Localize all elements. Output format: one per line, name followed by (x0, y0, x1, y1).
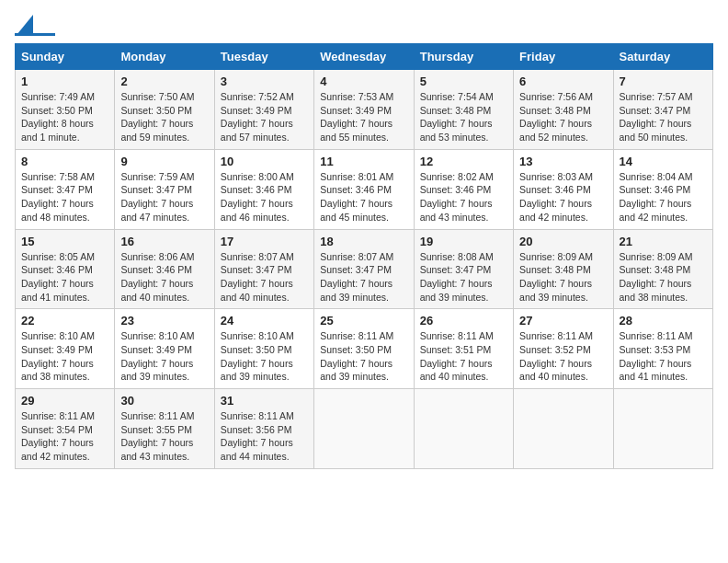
calendar-cell: 23Sunrise: 8:10 AMSunset: 3:49 PMDayligh… (115, 309, 214, 389)
calendar-cell: 25Sunrise: 8:11 AMSunset: 3:50 PMDayligh… (314, 309, 414, 389)
day-info: Sunrise: 8:10 AMSunset: 3:50 PMDaylight:… (221, 330, 294, 382)
day-number: 22 (21, 314, 108, 327)
header (15, 15, 713, 36)
day-number: 24 (221, 314, 308, 327)
day-info: Sunrise: 8:11 AMSunset: 3:51 PMDaylight:… (420, 330, 494, 382)
day-info: Sunrise: 8:07 AMSunset: 3:47 PMDaylight:… (221, 251, 294, 303)
calendar-cell: 18Sunrise: 8:07 AMSunset: 3:47 PMDayligh… (314, 229, 414, 309)
day-number: 20 (519, 235, 607, 248)
day-number: 1 (21, 75, 108, 88)
calendar-cell: 30Sunrise: 8:11 AMSunset: 3:55 PMDayligh… (115, 389, 214, 469)
day-info: Sunrise: 8:11 AMSunset: 3:53 PMDaylight:… (620, 330, 693, 382)
day-info: Sunrise: 8:11 AMSunset: 3:54 PMDaylight:… (21, 410, 95, 462)
day-number: 31 (221, 394, 308, 408)
calendar-cell: 7Sunrise: 7:57 AMSunset: 3:47 PMDaylight… (613, 70, 712, 150)
day-number: 25 (320, 314, 407, 327)
calendar-cell: 24Sunrise: 8:10 AMSunset: 3:50 PMDayligh… (214, 309, 313, 389)
calendar-cell (314, 389, 414, 469)
day-number: 6 (519, 75, 607, 88)
calendar-cell: 13Sunrise: 8:03 AMSunset: 3:46 PMDayligh… (514, 149, 613, 229)
svg-marker-0 (17, 15, 33, 35)
calendar-table: SundayMondayTuesdayWednesdayThursdayFrid… (15, 43, 713, 469)
col-header-tuesday: Tuesday (214, 44, 313, 70)
day-info: Sunrise: 8:09 AMSunset: 3:48 PMDaylight:… (519, 251, 593, 303)
day-number: 12 (420, 155, 507, 168)
day-info: Sunrise: 8:07 AMSunset: 3:47 PMDaylight:… (320, 251, 393, 303)
calendar-cell (414, 389, 513, 469)
day-info: Sunrise: 7:57 AMSunset: 3:47 PMDaylight:… (620, 91, 693, 143)
logo (15, 15, 55, 36)
day-number: 17 (221, 235, 308, 248)
calendar-cell: 3Sunrise: 7:52 AMSunset: 3:49 PMDaylight… (214, 70, 313, 150)
day-info: Sunrise: 8:03 AMSunset: 3:46 PMDaylight:… (519, 171, 593, 223)
day-number: 4 (320, 75, 407, 88)
day-info: Sunrise: 8:10 AMSunset: 3:49 PMDaylight:… (120, 330, 194, 382)
day-number: 27 (519, 314, 607, 327)
day-info: Sunrise: 7:54 AMSunset: 3:48 PMDaylight:… (420, 91, 494, 143)
calendar-cell (613, 389, 712, 469)
day-info: Sunrise: 8:08 AMSunset: 3:47 PMDaylight:… (420, 251, 494, 303)
calendar-cell: 5Sunrise: 7:54 AMSunset: 3:48 PMDaylight… (414, 70, 513, 150)
day-info: Sunrise: 8:01 AMSunset: 3:46 PMDaylight:… (320, 171, 393, 223)
day-info: Sunrise: 7:50 AMSunset: 3:50 PMDaylight:… (120, 91, 194, 143)
calendar-cell: 19Sunrise: 8:08 AMSunset: 3:47 PMDayligh… (414, 229, 513, 309)
day-number: 30 (120, 394, 208, 408)
day-number: 23 (120, 314, 208, 327)
day-info: Sunrise: 8:11 AMSunset: 3:52 PMDaylight:… (519, 330, 593, 382)
day-number: 18 (320, 235, 407, 248)
calendar-cell: 26Sunrise: 8:11 AMSunset: 3:51 PMDayligh… (414, 309, 513, 389)
calendar-cell: 29Sunrise: 8:11 AMSunset: 3:54 PMDayligh… (16, 389, 115, 469)
day-info: Sunrise: 7:58 AMSunset: 3:47 PMDaylight:… (21, 171, 95, 223)
day-number: 28 (620, 314, 707, 327)
day-info: Sunrise: 7:59 AMSunset: 3:47 PMDaylight:… (120, 171, 194, 223)
day-number: 8 (21, 155, 108, 168)
day-number: 3 (221, 75, 308, 88)
day-info: Sunrise: 7:52 AMSunset: 3:49 PMDaylight:… (221, 91, 294, 143)
col-header-monday: Monday (115, 44, 214, 70)
logo-triangle-icon (17, 15, 33, 35)
calendar-cell: 2Sunrise: 7:50 AMSunset: 3:50 PMDaylight… (115, 70, 214, 150)
day-info: Sunrise: 8:11 AMSunset: 3:56 PMDaylight:… (221, 410, 294, 462)
calendar-cell: 11Sunrise: 8:01 AMSunset: 3:46 PMDayligh… (314, 149, 414, 229)
day-number: 15 (21, 235, 108, 248)
day-number: 26 (420, 314, 507, 327)
day-info: Sunrise: 7:53 AMSunset: 3:49 PMDaylight:… (320, 91, 393, 143)
day-number: 21 (620, 235, 707, 248)
day-info: Sunrise: 8:05 AMSunset: 3:46 PMDaylight:… (21, 251, 95, 303)
calendar-cell: 17Sunrise: 8:07 AMSunset: 3:47 PMDayligh… (214, 229, 313, 309)
day-number: 16 (120, 235, 208, 248)
calendar-cell: 31Sunrise: 8:11 AMSunset: 3:56 PMDayligh… (214, 389, 313, 469)
calendar-cell: 4Sunrise: 7:53 AMSunset: 3:49 PMDaylight… (314, 70, 414, 150)
day-number: 9 (120, 155, 208, 168)
day-info: Sunrise: 8:04 AMSunset: 3:46 PMDaylight:… (620, 171, 693, 223)
day-number: 29 (21, 394, 108, 408)
day-number: 11 (320, 155, 407, 168)
calendar-cell: 28Sunrise: 8:11 AMSunset: 3:53 PMDayligh… (613, 309, 712, 389)
day-number: 13 (519, 155, 607, 168)
day-number: 19 (420, 235, 507, 248)
calendar-cell (514, 389, 613, 469)
day-number: 7 (620, 75, 707, 88)
day-info: Sunrise: 8:11 AMSunset: 3:50 PMDaylight:… (320, 330, 393, 382)
day-info: Sunrise: 8:11 AMSunset: 3:55 PMDaylight:… (120, 410, 194, 462)
calendar-cell: 15Sunrise: 8:05 AMSunset: 3:46 PMDayligh… (16, 229, 115, 309)
day-number: 2 (120, 75, 208, 88)
calendar-cell: 22Sunrise: 8:10 AMSunset: 3:49 PMDayligh… (16, 309, 115, 389)
day-info: Sunrise: 8:09 AMSunset: 3:48 PMDaylight:… (620, 251, 693, 303)
col-header-saturday: Saturday (613, 44, 712, 70)
calendar-cell: 9Sunrise: 7:59 AMSunset: 3:47 PMDaylight… (115, 149, 214, 229)
day-info: Sunrise: 7:49 AMSunset: 3:50 PMDaylight:… (21, 91, 95, 143)
day-number: 10 (221, 155, 308, 168)
calendar-cell: 16Sunrise: 8:06 AMSunset: 3:46 PMDayligh… (115, 229, 214, 309)
col-header-thursday: Thursday (414, 44, 513, 70)
day-info: Sunrise: 8:06 AMSunset: 3:46 PMDaylight:… (120, 251, 194, 303)
calendar-cell: 12Sunrise: 8:02 AMSunset: 3:46 PMDayligh… (414, 149, 513, 229)
col-header-wednesday: Wednesday (314, 44, 414, 70)
calendar-cell: 14Sunrise: 8:04 AMSunset: 3:46 PMDayligh… (613, 149, 712, 229)
day-info: Sunrise: 7:56 AMSunset: 3:48 PMDaylight:… (519, 91, 593, 143)
col-header-friday: Friday (514, 44, 613, 70)
calendar-cell: 6Sunrise: 7:56 AMSunset: 3:48 PMDaylight… (514, 70, 613, 150)
day-number: 14 (620, 155, 707, 168)
day-info: Sunrise: 8:02 AMSunset: 3:46 PMDaylight:… (420, 171, 494, 223)
day-number: 5 (420, 75, 507, 88)
